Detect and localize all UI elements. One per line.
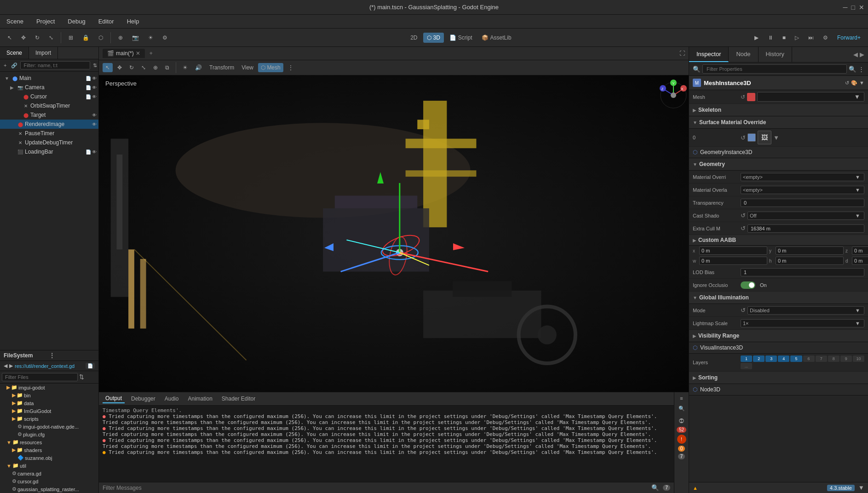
console-side-btn-1[interactable]: ≡ (678, 394, 684, 402)
aabb-h-input[interactable] (776, 257, 844, 265)
tree-item-updatedebug[interactable]: ✕ UpdateDebugTimer (0, 138, 98, 147)
fs-sort-button[interactable]: ⇅ (79, 373, 84, 380)
console-search-button[interactable]: 🔍 (651, 484, 659, 491)
fs-item-imgui[interactable]: ▶ 📁 imgui-godot (0, 384, 98, 391)
geometry-section[interactable]: ▼ Geometry (689, 158, 868, 171)
fs-header[interactable]: FileSystem ⋮ (0, 350, 98, 361)
geometry-instance-header[interactable]: ⬡ GeometryInstance3D (689, 147, 868, 158)
inspector-forward-button[interactable]: ▶ (860, 51, 864, 58)
tree-eye-target[interactable]: 👁 (92, 113, 97, 118)
mat-override-dropdown[interactable]: <empty> ▼ (741, 173, 864, 181)
console-side-btn-4[interactable]: ! (677, 435, 686, 444)
stop-button[interactable]: ■ (779, 33, 789, 43)
menu-editor[interactable]: Editor (96, 17, 117, 26)
add-node-button[interactable]: + (2, 62, 8, 69)
console-tab-animation[interactable]: Animation (185, 395, 215, 403)
vt-scale-button[interactable]: ⤡ (138, 63, 149, 72)
fs-item-cursor[interactable]: ⚙ cursor.gd (0, 477, 98, 485)
gi-mode-reset[interactable]: ↺ (741, 307, 746, 314)
menu-help[interactable]: Help (124, 17, 142, 26)
mode-3d-button[interactable]: ⬡ 3D (423, 33, 444, 43)
layer-1[interactable]: 1 (741, 355, 752, 362)
tree-eye-rendered[interactable]: 👁 (92, 122, 97, 127)
sorting-section[interactable]: ▶ Sorting (689, 372, 868, 384)
tree-item-main[interactable]: ▼ ⬤ Main 📄 👁 (0, 74, 98, 83)
rotate-tool-button[interactable]: ↻ (31, 33, 43, 43)
fs-filter-input[interactable] (2, 373, 78, 381)
fs-back-button[interactable]: ◀ (4, 363, 7, 369)
env-button[interactable]: ☀ (144, 33, 157, 43)
extra-cull-input[interactable] (747, 224, 864, 233)
vt-local-button[interactable]: ⊕ (150, 63, 161, 72)
tab-node[interactable]: Node (729, 47, 758, 62)
filter-properties-input[interactable] (702, 64, 847, 74)
assetlib-button[interactable]: 📦 AssetLib (478, 33, 515, 43)
fs-item-imguigodot[interactable]: ▶ 📁 ImGuiGodot (0, 407, 98, 415)
lock-button[interactable]: 🔒 (79, 33, 93, 43)
aabb-x-input[interactable] (699, 246, 767, 255)
inspector-back-button[interactable]: ◀ (853, 51, 858, 58)
gi-section[interactable]: ▼ Global Illumination (689, 292, 868, 304)
tree-eye-main[interactable]: 👁 (92, 76, 97, 81)
scale-tool-button[interactable]: ⤡ (45, 33, 57, 43)
menu-debug[interactable]: Debug (65, 17, 88, 26)
menu-scene[interactable]: Scene (4, 17, 26, 26)
layer-5[interactable]: 5 (790, 355, 802, 362)
pause-button[interactable]: ⏸ (764, 33, 777, 43)
console-tab-debugger[interactable]: Debugger (128, 395, 158, 403)
console-side-btn-3[interactable]: ⓵ (678, 417, 685, 425)
surface-preview[interactable]: 🖼 (758, 131, 771, 144)
lightmap-scale-dropdown[interactable]: 1× ▼ (741, 319, 864, 327)
vt-audio-button[interactable]: 🔊 (192, 63, 205, 72)
tree-arrow-main[interactable]: ▼ (5, 76, 10, 81)
tree-item-target[interactable]: ⬤ Target 👁 (0, 110, 98, 120)
aabb-d-input[interactable] (852, 257, 868, 265)
tree-eye-loadingbar[interactable]: 👁 (92, 149, 97, 155)
play-custom-button[interactable]: ⏭ (805, 33, 817, 43)
inspector-lock-button[interactable]: 🔍 (693, 66, 701, 73)
fs-item-data[interactable]: ▶ 📁 data (0, 399, 98, 407)
tab-import[interactable]: Import (29, 47, 58, 59)
custom-aabb-section[interactable]: ▶ Custom AABB (689, 235, 868, 246)
fs-item-resources[interactable]: ▼ 📁 resources (0, 438, 98, 446)
layer-10[interactable]: 10 (853, 355, 864, 362)
snap-button[interactable]: ⊕ (115, 33, 126, 43)
vt-select-button[interactable]: ↖ (103, 63, 113, 72)
scene-filter-input[interactable] (20, 61, 90, 69)
select-tool-button[interactable]: ↖ (4, 33, 16, 43)
layer-8[interactable]: 8 (828, 355, 839, 362)
mesh-dropdown-button[interactable]: ▼ (757, 92, 864, 102)
play-scene-button[interactable]: ▷ (791, 33, 803, 43)
tree-item-camera[interactable]: ▶ 📷 Camera 📄 👁 (0, 83, 98, 92)
filter-sort-button[interactable]: ⇅ (91, 62, 99, 69)
layer-6[interactable]: 6 (803, 355, 815, 362)
tree-script-loadingbar[interactable]: 📄 (86, 149, 91, 155)
layer-9[interactable]: 9 (840, 355, 852, 362)
vt-move-button[interactable]: ✥ (115, 63, 125, 72)
visual-instance-header[interactable]: ⬡ VisualInstance3D (689, 342, 868, 354)
vp-add-tab[interactable]: + (147, 49, 155, 58)
mesh-reset-button[interactable]: ↺ (741, 94, 745, 100)
vt-more-button[interactable]: ⋮ (285, 63, 296, 72)
minimize-button[interactable]: ─ (843, 4, 848, 11)
tree-item-cursor[interactable]: ⬤ Cursor 📄 👁 (0, 92, 98, 101)
grid-button[interactable]: ⊞ (65, 33, 77, 43)
mat-overlay-dropdown[interactable]: <empty> ▼ (741, 186, 864, 194)
console-tab-audio[interactable]: Audio (162, 395, 182, 403)
cast-shadow-dropdown[interactable]: Off ▼ (747, 212, 864, 220)
visibility-range-section[interactable]: ▶ Visibility Range (689, 330, 868, 342)
aabb-y-input[interactable] (776, 246, 844, 255)
layer-7[interactable]: 7 (816, 355, 827, 362)
layer-4[interactable]: 4 (778, 355, 789, 362)
fs-item-camera[interactable]: ⚙ camera.gd (0, 470, 98, 477)
tree-item-pause[interactable]: ✕ PauseTimer (0, 129, 98, 138)
vp-tab-close[interactable]: ✕ (136, 50, 140, 57)
menu-project[interactable]: Project (34, 17, 57, 26)
move-tool-button[interactable]: ✥ (17, 33, 29, 43)
node-action-expand[interactable]: ▼ (859, 80, 864, 86)
console-side-btn-2[interactable]: 🔍 (677, 404, 686, 413)
cast-shadow-reset[interactable]: ↺ (741, 212, 746, 219)
ignore-occlusion-toggle[interactable] (741, 281, 755, 289)
viewport-tab-main[interactable]: 🎬 main(*) ✕ (103, 49, 145, 58)
vt-light-button[interactable]: ☀ (180, 63, 190, 72)
